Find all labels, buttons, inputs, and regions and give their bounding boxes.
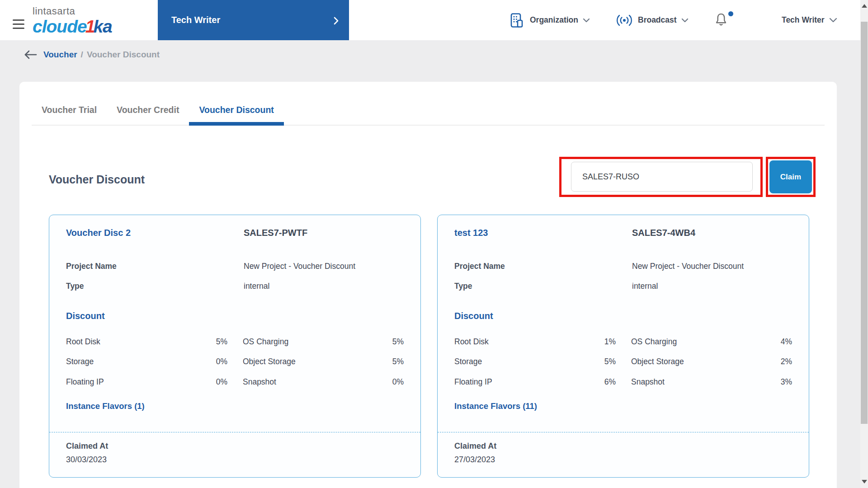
bell-icon [714, 12, 728, 28]
broadcast-label: Broadcast [638, 15, 677, 25]
discount-label: OS Charging [616, 337, 677, 347]
content-panel: Voucher TrialVoucher CreditVoucher Disco… [19, 82, 837, 488]
page-title: Voucher Discount [49, 173, 145, 186]
scroll-up-icon[interactable] [860, 2, 868, 11]
discount-value: 6% [572, 377, 616, 387]
discount-value: 0% [184, 377, 227, 387]
app-logo: lintasarta cloude1ka [33, 6, 112, 35]
discount-value: 2% [684, 357, 792, 366]
claimed-at-label: Claimed At [454, 441, 496, 451]
project-name-value: New Project - Voucher Discount [244, 262, 355, 271]
discount-label: Object Storage [227, 357, 296, 366]
discount-row: Root Disk 5% OS Charging 5% [66, 337, 404, 347]
logo-brand-text: cloude1ka [33, 18, 112, 35]
workspace-name: Tech Writer [171, 15, 220, 25]
discount-row: Storage 0% Object Storage 5% [66, 357, 404, 366]
discount-label: Storage [66, 357, 184, 366]
discount-value: 4% [677, 337, 792, 347]
discount-value: 3% [665, 377, 792, 387]
discount-heading: Discount [66, 311, 105, 321]
discount-label: Snapshot [227, 377, 276, 387]
workspace-selector-banner[interactable]: Tech Writer [158, 0, 349, 40]
broadcast-icon [616, 14, 632, 26]
chevron-down-icon [829, 18, 837, 23]
building-icon [510, 13, 524, 28]
voucher-tabs: Voucher TrialVoucher CreditVoucher Disco… [32, 82, 825, 126]
voucher-name: Voucher Disc 2 [66, 228, 131, 238]
logo-company-text: lintasarta [33, 5, 75, 17]
breadcrumb-current: Voucher Discount [87, 50, 160, 60]
breadcrumb: Voucher / Voucher Discount [0, 40, 860, 69]
discount-label: Floating IP [66, 377, 184, 387]
voucher-code: SALES7-PWTF [244, 228, 307, 238]
dashed-divider [438, 432, 809, 432]
instance-flavors-link[interactable]: Instance Flavors (11) [454, 401, 537, 411]
breadcrumb-link-voucher[interactable]: Voucher [43, 50, 77, 60]
organization-dropdown[interactable]: Organization [510, 0, 590, 40]
discount-label: Snapshot [616, 377, 665, 387]
organization-label: Organization [530, 15, 578, 25]
chevron-down-icon [681, 18, 689, 23]
discount-label: Floating IP [454, 377, 572, 387]
discount-value: 1% [572, 337, 616, 347]
discount-row: Floating IP 6% Snapshot 3% [454, 377, 792, 387]
type-value: internal [632, 282, 658, 291]
instance-flavors-link[interactable]: Instance Flavors (1) [66, 401, 145, 411]
broadcast-dropdown[interactable]: Broadcast [616, 0, 689, 40]
discount-value: 0% [276, 377, 404, 387]
hamburger-menu-icon[interactable] [13, 19, 24, 29]
discount-heading: Discount [454, 311, 493, 321]
voucher-code: SALES7-4WB4 [632, 228, 695, 238]
claimed-at-label: Claimed At [66, 441, 108, 451]
back-arrow-icon [24, 50, 37, 60]
chevron-down-icon [583, 18, 590, 23]
project-name-value: New Project - Voucher Discount [632, 262, 744, 271]
type-label: Type [66, 282, 84, 291]
type-value: internal [244, 282, 269, 291]
claimed-at-value: 27/03/2023 [454, 455, 495, 465]
vertical-scrollbar[interactable] [860, 0, 868, 488]
discount-label: Object Storage [616, 357, 684, 366]
discount-label: Root Disk [454, 337, 572, 347]
breadcrumb-separator: / [81, 50, 83, 60]
discount-value: 0% [184, 357, 227, 366]
voucher-name: test 123 [454, 228, 488, 238]
type-label: Type [454, 282, 472, 291]
scrollbar-thumb[interactable] [861, 22, 868, 424]
scroll-down-icon[interactable] [860, 477, 868, 486]
discount-label: Storage [454, 357, 572, 366]
discount-label: OS Charging [227, 337, 288, 347]
tab-voucher-trial[interactable]: Voucher Trial [32, 105, 107, 126]
tab-voucher-credit[interactable]: Voucher Credit [107, 105, 189, 126]
discount-label: Root Disk [66, 337, 184, 347]
discount-row: Storage 5% Object Storage 2% [454, 357, 792, 366]
notifications-button[interactable] [714, 12, 734, 28]
discount-value: 5% [572, 357, 616, 366]
app-header: lintasarta cloude1ka Tech Writer Organiz… [0, 0, 860, 40]
project-name-label: Project Name [66, 262, 117, 271]
voucher-code-input[interactable] [571, 162, 753, 192]
back-button[interactable] [24, 50, 37, 60]
tab-voucher-discount[interactable]: Voucher Discount [189, 105, 283, 126]
discount-row: Root Disk 1% OS Charging 4% [454, 337, 792, 347]
user-name: Tech Writer [782, 15, 825, 25]
dashed-divider [49, 432, 420, 432]
voucher-card: Voucher Disc 2 SALES7-PWTF Project Name … [49, 215, 421, 478]
user-menu[interactable]: Tech Writer [762, 0, 837, 40]
discount-value: 5% [288, 337, 404, 347]
claimed-at-value: 30/03/2023 [66, 455, 107, 465]
claim-button[interactable]: Claim [769, 160, 812, 193]
project-name-label: Project Name [454, 262, 505, 271]
chevron-right-icon [333, 16, 339, 25]
notification-badge-dot [728, 11, 733, 16]
discount-value: 5% [296, 357, 404, 366]
discount-row: Floating IP 0% Snapshot 0% [66, 377, 404, 387]
discount-value: 5% [184, 337, 227, 347]
voucher-card: test 123 SALES7-4WB4 Project Name New Pr… [437, 215, 809, 478]
